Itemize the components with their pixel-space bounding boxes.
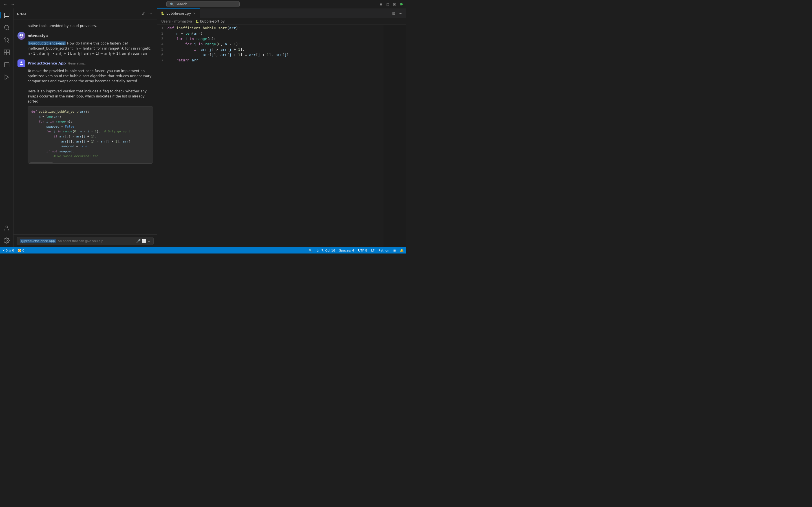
tab-bubble-sort[interactable]: 🐍 bubble-sort.py ✕ <box>157 8 200 18</box>
chevron-down-icon[interactable]: ⌄ <box>147 239 151 243</box>
breadcrumb-filename[interactable]: bubble-sort.py <box>200 19 224 23</box>
status-zoom[interactable]: 🔍 <box>309 249 313 252</box>
code-line-7[interactable]: return arr <box>166 57 384 63</box>
chat-header: CHAT + ↺ ⋯ <box>13 8 157 19</box>
tab-bar: 🐍 bubble-sort.py ✕ ⊟ ⋯ <box>157 8 406 18</box>
code-line-5[interactable]: if arr[j] > arr[j + 1]: <box>166 47 384 52</box>
list-item: mtvnastya @productscience-app How do I m… <box>13 30 157 58</box>
sidebar-item-extensions[interactable] <box>1 47 12 58</box>
status-right: 🔍 Ln 7, Col 16 Spaces: 4 UTF-8 LF Python… <box>309 249 404 252</box>
main-layout: CHAT + ↺ ⋯ native tools provided by clou… <box>0 8 406 247</box>
code-lines: def inefficient_bubble_sort(arr): n = le… <box>166 25 384 247</box>
microphone-icon[interactable]: 🎤 <box>136 239 141 243</box>
warning-icon: ⚠ <box>8 249 11 252</box>
generating-status: Generating.. <box>68 62 86 65</box>
search-label: Search <box>175 2 187 6</box>
new-chat-button[interactable]: + <box>135 11 140 17</box>
chat-input[interactable] <box>57 239 135 243</box>
status-line-ending[interactable]: LF <box>371 249 374 252</box>
svg-rect-5 <box>4 50 6 52</box>
chat-header-actions: + ↺ ⋯ <box>135 11 154 17</box>
svg-point-13 <box>6 240 8 241</box>
chat-history-button[interactable]: ↺ <box>140 11 146 17</box>
sidebar-item-debug[interactable] <box>1 71 12 83</box>
search-bar[interactable]: 🔍 Search <box>166 1 240 7</box>
chat-input-container: @productscience-app 🎤 ⬜ ⌄ <box>17 237 154 245</box>
status-left: ✕ 0 ⚠ 0 🔀 0 <box>2 249 24 252</box>
bot-paragraph-2: Here is an improved version that include… <box>28 89 153 104</box>
warning-count: 0 <box>12 249 14 252</box>
editor-area: 🐍 bubble-sort.py ✕ ⊟ ⋯ Users › mtvnastya… <box>157 8 406 247</box>
tab-close-button[interactable]: ✕ <box>193 11 196 15</box>
sidebar-item-account[interactable] <box>1 223 12 234</box>
bot-message-header: ProductScience App Generating.. <box>17 59 153 67</box>
bot-message-text: To make the provided bubble sort code fa… <box>28 68 153 104</box>
svg-marker-11 <box>5 75 8 80</box>
chat-panel: CHAT + ↺ ⋯ native tools provided by clou… <box>13 8 157 247</box>
code-line-6[interactable]: arr[j], arr[j + 1] = arr[j + 1], arr[j] <box>166 52 384 57</box>
svg-line-1 <box>8 29 9 30</box>
titlebar-nav: ← → <box>2 1 16 7</box>
line-number-7: 7 <box>161 57 163 63</box>
chat-input-icons: 🎤 ⬜ ⌄ <box>136 239 151 243</box>
status-errors[interactable]: ✕ 0 ⚠ 0 <box>2 249 14 252</box>
code-line-1[interactable]: def inefficient_bubble_sort(arr): <box>166 25 384 31</box>
status-encoding[interactable]: UTF-8 <box>358 249 367 252</box>
sidebar-item-source-control[interactable] <box>1 34 12 46</box>
status-spaces[interactable]: Spaces: 4 <box>339 249 354 252</box>
minimap <box>384 25 406 247</box>
svg-point-0 <box>4 25 8 30</box>
status-cursor[interactable]: Ln 7, Col 16 <box>317 249 335 252</box>
scrollbar-indicator[interactable] <box>30 162 53 163</box>
split-editor-right-button[interactable]: ⊟ <box>391 10 397 17</box>
status-bar: ✕ 0 ⚠ 0 🔀 0 🔍 Ln 7, Col 16 Spaces: 4 UTF… <box>0 247 406 253</box>
message-text: @productscience-app How do I make this c… <box>28 41 153 56</box>
split-editor-button[interactable]: ▣ <box>392 2 397 7</box>
message-header: mtvnastya <box>17 32 153 40</box>
error-icon: ✕ <box>2 249 5 252</box>
bot-username-label: ProductScience App <box>28 61 66 65</box>
sidebar-item-chat[interactable] <box>1 10 12 21</box>
code-editor[interactable]: 1 2 3 4 5 6 7 def inefficient_bubble_sor… <box>157 25 406 247</box>
info-icon: 🔀 <box>17 249 21 252</box>
code-line-4[interactable]: for j in range(0, n - 1): <box>166 41 384 47</box>
status-info[interactable]: 🔀 0 <box>17 249 24 252</box>
chat-messages: native tools provided by cloud providers… <box>13 19 157 234</box>
status-bell[interactable]: 🔔 <box>400 249 404 252</box>
code-block: def optimized_bubble_sort(arr): n = len(… <box>28 106 153 164</box>
breadcrumb-mtvnastya[interactable]: mtvnastya <box>174 19 192 23</box>
svg-rect-8 <box>7 53 9 55</box>
status-indicator <box>400 3 403 5</box>
editor-layout-button[interactable]: ▢ <box>385 2 391 7</box>
chat-input-mention: @productscience-app <box>20 239 56 243</box>
sidebar-item-panels[interactable] <box>1 59 12 70</box>
tab-filename: bubble-sort.py <box>166 11 191 15</box>
sidebar-item-settings[interactable] <box>1 235 12 246</box>
bot-avatar <box>17 59 26 67</box>
panel-toggle-button[interactable]: ▣ <box>378 2 384 7</box>
svg-point-12 <box>6 226 8 228</box>
expand-icon[interactable]: ⬜ <box>142 239 146 243</box>
code-content: def optimized_bubble_sort(arr): n = len(… <box>28 107 153 162</box>
avatar <box>17 32 26 40</box>
status-feedback[interactable]: ⊟ <box>393 249 396 252</box>
code-line-3[interactable]: for i in range(n): <box>166 36 384 41</box>
code-line-2[interactable]: n = len(arr) <box>166 31 384 36</box>
chat-more-button[interactable]: ⋯ <box>147 11 154 17</box>
search-icon: 🔍 <box>170 3 174 6</box>
more-actions-button[interactable]: ⋯ <box>397 10 404 17</box>
tab-actions: ⊟ ⋯ <box>391 8 406 18</box>
breadcrumb-users[interactable]: Users <box>161 19 171 23</box>
sidebar-item-search[interactable] <box>1 22 12 33</box>
zoom-icon: 🔍 <box>309 249 313 252</box>
line-number-3: 3 <box>161 36 163 41</box>
system-message-text: native tools provided by cloud providers… <box>28 23 153 29</box>
back-button[interactable]: ← <box>2 1 8 7</box>
status-language[interactable]: Python <box>378 249 389 252</box>
titlebar-controls: ▣ ▢ ▣ ⊞ <box>378 2 404 7</box>
username-label: mtvnastya <box>28 34 48 38</box>
chat-input-area: @productscience-app 🎤 ⬜ ⌄ <box>13 234 157 247</box>
breadcrumb-file-icon: 🐍 <box>195 20 199 23</box>
forward-button[interactable]: → <box>10 1 16 7</box>
svg-rect-9 <box>4 62 9 67</box>
